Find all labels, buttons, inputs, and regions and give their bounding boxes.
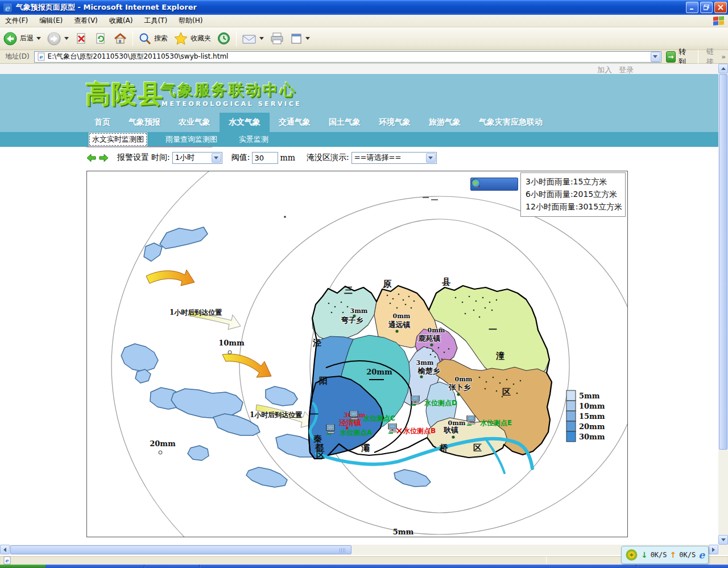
menu-bar: 文件(F) 编辑(E) 查看(V) 收藏(A) 工具(T) 帮助(H) [0, 15, 728, 27]
start-button-edge[interactable] [0, 565, 46, 568]
forward-button[interactable] [44, 30, 72, 47]
station-icon-b[interactable] [388, 423, 396, 433]
station-icon-d[interactable] [411, 396, 419, 405]
menu-help[interactable]: 帮助(H) [173, 15, 208, 27]
ring-tick-marks [423, 197, 438, 200]
subnav-rain-query-map[interactable]: 雨量查询监测图 [162, 133, 221, 146]
svg-text:10mm: 10mm [218, 339, 245, 347]
svg-text:一: 一 [310, 409, 318, 419]
vertical-scrollbar[interactable] [718, 64, 728, 545]
page-content: 加入 登录 高陵县 气象服务联动中心 METEOROLOGICAL SERVIC… [0, 64, 718, 545]
subnav-realtime-map[interactable]: 水文实时监测图 [89, 133, 147, 146]
hydrology-map-canvas[interactable]: 1小时后到达位置 1小时后到达位置 [86, 171, 628, 537]
station-label-e: 水位测点E [479, 419, 512, 427]
legend-label: 20mm [579, 422, 605, 431]
threshold-label: 阀值: [231, 153, 250, 163]
rain-value: 3mm [416, 359, 434, 367]
user-strip: 加入 登录 [0, 64, 718, 74]
print-button[interactable] [267, 31, 287, 47]
search-button[interactable]: 搜索 [135, 31, 171, 47]
refresh-icon [94, 32, 107, 46]
prev-arrow-button[interactable] [86, 154, 96, 162]
back-button[interactable]: 后退 [0, 30, 44, 47]
back-label: 后退 [20, 34, 34, 43]
edit-dropdown-icon[interactable] [305, 37, 310, 40]
stop-button[interactable] [72, 31, 91, 47]
time-select[interactable]: 1小时 [172, 152, 222, 164]
back-dropdown-icon[interactable] [36, 37, 41, 40]
time-select-dropdown-icon[interactable] [212, 153, 221, 163]
horizontal-scroll-thumb[interactable] [10, 545, 351, 554]
menu-tools[interactable]: 工具(T) [139, 15, 172, 27]
rain-value: 3mm [350, 307, 368, 315]
nav-tab-land[interactable]: 国土气象 [320, 113, 370, 132]
rainfall-3h: 3小时面雨量:15立方米 [526, 177, 621, 187]
forward-dropdown-icon[interactable] [64, 37, 69, 40]
nav-tab-home[interactable]: 首页 [85, 113, 119, 132]
nav-tab-emergency[interactable]: 气象灾害应急联动 [470, 113, 552, 132]
svg-text:原: 原 [382, 279, 392, 289]
minimize-button[interactable] [686, 2, 698, 13]
forward-icon [47, 31, 61, 46]
home-button[interactable] [110, 31, 130, 47]
close-button[interactable] [714, 2, 727, 13]
menu-file[interactable]: 文件(F) [0, 15, 33, 27]
nav-tab-forecast[interactable]: 气象预报 [119, 113, 169, 132]
station-icon-c[interactable] [350, 411, 358, 421]
subnav-live-view[interactable]: 实景监测 [235, 133, 272, 146]
station-icon-e[interactable] [467, 415, 475, 425]
scroll-right-button[interactable] [709, 545, 718, 554]
threshold-input[interactable] [252, 152, 278, 164]
rainfall-6h: 6小时面雨量:2015立方米 [526, 190, 621, 200]
legend-label: 15mm [579, 412, 605, 421]
toolbar-separator [236, 31, 237, 46]
scroll-left-button[interactable] [0, 545, 10, 554]
menu-edit[interactable]: 编辑(E) [34, 15, 68, 27]
flood-demo-select[interactable]: ==请选择== [351, 152, 437, 164]
station-icon-a[interactable] [326, 425, 334, 434]
nav-tab-hydrology[interactable]: 水文气象 [220, 113, 270, 132]
page-ie-icon: e [37, 52, 46, 61]
menu-view[interactable]: 查看(V) [69, 15, 103, 27]
next-arrow-button[interactable] [99, 154, 109, 162]
address-input[interactable] [48, 52, 651, 61]
restore-button[interactable] [700, 2, 713, 13]
site-header: 高陵县 气象服务联动中心 METEOROLOGICAL SERVICE [0, 74, 718, 113]
nav-tab-agriculture[interactable]: 农业气象 [169, 113, 220, 132]
svg-text:泾: 泾 [312, 337, 321, 348]
security-suite-icon [625, 548, 638, 562]
history-button[interactable] [214, 30, 234, 47]
globe-icon[interactable] [471, 178, 481, 188]
refresh-button[interactable] [91, 31, 110, 47]
arrival-label-1: 1小时后到达位置 [169, 308, 222, 316]
township-name: 耿镇 [443, 426, 458, 434]
flood-select-dropdown-icon[interactable] [426, 153, 436, 163]
nav-tab-environment[interactable]: 环境气象 [370, 113, 420, 132]
links-chevron-icon[interactable]: » [721, 53, 726, 61]
mail-button[interactable] [239, 31, 267, 46]
address-dropdown-button[interactable] [651, 52, 660, 62]
alarm-settings-label: 报警设置 [117, 153, 149, 163]
vertical-scroll-thumb[interactable] [719, 74, 727, 450]
scroll-down-button[interactable] [718, 535, 728, 545]
favorites-button[interactable]: 收藏夹 [171, 30, 214, 47]
nav-tab-tourism[interactable]: 旅游气象 [420, 113, 470, 132]
arrival-label-2: 1小时后到达位置 [250, 411, 302, 419]
menu-favorites[interactable]: 收藏(A) [104, 15, 138, 27]
search-icon [138, 32, 152, 46]
threshold-unit: mm [280, 153, 295, 162]
edit-button[interactable] [287, 31, 313, 46]
go-button[interactable]: → [666, 51, 676, 63]
nav-tab-traffic[interactable]: 交通气象 [270, 113, 320, 132]
ie-shortcut-icon[interactable]: e [698, 549, 705, 561]
status-page-icon: e [3, 556, 11, 565]
mail-dropdown-icon[interactable] [259, 37, 264, 40]
station-label-b: 水位测点B [403, 427, 436, 435]
favorites-label: 收藏夹 [191, 34, 211, 43]
horizontal-scrollbar[interactable] [0, 545, 728, 555]
scroll-up-button[interactable] [718, 64, 728, 73]
nav-spacer [0, 113, 85, 132]
net-speed-widget[interactable]: ↓ 0K/S ↑ 0K/S e [621, 546, 709, 564]
history-icon [217, 31, 231, 46]
selection-marquee [86, 147, 212, 147]
